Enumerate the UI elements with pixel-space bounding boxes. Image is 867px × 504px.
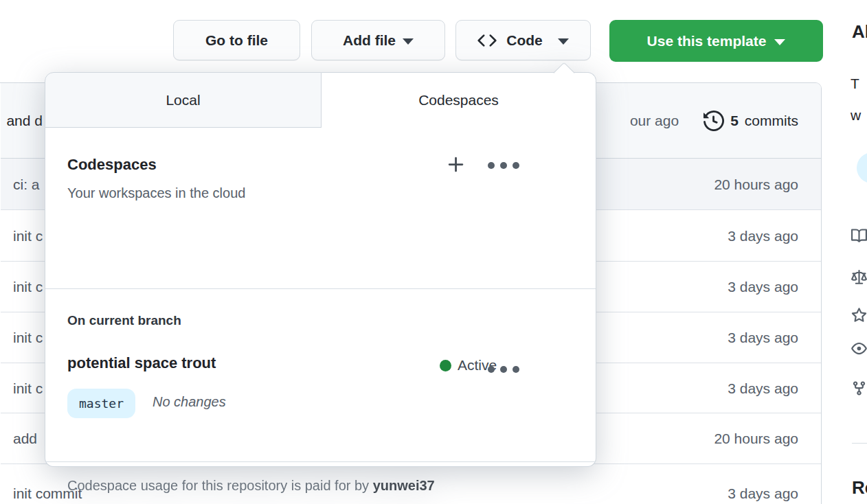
- commit-time: 3 days ago: [728, 363, 798, 413]
- chevron-down-icon: [403, 38, 414, 45]
- kebab-icon: [488, 162, 519, 169]
- star-icon[interactable]: [851, 308, 867, 323]
- history-icon: [703, 111, 724, 131]
- releases-heading: Releases: [852, 477, 867, 499]
- book-icon[interactable]: [851, 228, 867, 244]
- chevron-down-icon: [774, 39, 785, 45]
- topic-badge-fragment[interactable]: [857, 152, 867, 183]
- latest-commit-time: our ago: [630, 113, 679, 129]
- commit-message[interactable]: add: [13, 413, 37, 463]
- commits-count: 5: [730, 113, 739, 129]
- commit-message-clip: add: [1, 413, 45, 463]
- commit-time: 3 days ago: [728, 210, 798, 262]
- fork-icon[interactable]: [851, 380, 867, 396]
- changes-status: No changes: [153, 394, 226, 410]
- chevron-down-icon: [558, 38, 569, 45]
- code-icon: [477, 31, 497, 50]
- about-heading: About: [852, 21, 867, 43]
- codespaces-menu-button[interactable]: [487, 161, 520, 170]
- commit-time: 20 hours ago: [714, 413, 798, 464]
- latest-commit-message[interactable]: and d: [6, 83, 43, 159]
- code-label: Code: [506, 32, 543, 49]
- tab-local[interactable]: Local: [45, 72, 322, 128]
- go-to-file-label: Go to file: [205, 32, 268, 49]
- about-sidebar: About T w Releases: [852, 0, 867, 504]
- use-template-label: Use this template: [647, 33, 767, 49]
- about-description-line: w: [851, 107, 861, 124]
- plus-icon: [446, 154, 466, 175]
- commit-time: 3 days ago: [728, 312, 798, 363]
- commit-message-clip: ci: a: [1, 159, 45, 209]
- commit-bar-right: our ago 5 commits: [630, 83, 798, 159]
- code-dropdown: Local Codespaces Codespaces Your workspa…: [45, 72, 596, 467]
- codespace-menu-button[interactable]: [487, 365, 520, 374]
- dropdown-tabs: Local Codespaces: [45, 72, 596, 128]
- divider: [45, 288, 596, 289]
- commit-message[interactable]: ci: a: [13, 159, 40, 209]
- use-template-button[interactable]: Use this template: [609, 20, 823, 62]
- commits-label: commits: [745, 113, 798, 129]
- codespace-name-link[interactable]: potential space trout: [67, 354, 216, 372]
- commit-message[interactable]: init c: [13, 363, 43, 413]
- add-file-button[interactable]: Add file: [311, 20, 445, 60]
- add-file-label: Add file: [343, 32, 396, 49]
- usage-footer-text: Codespace usage for this repository is p…: [67, 478, 369, 493]
- usage-footer-owner: yunwei37: [373, 478, 435, 493]
- github-repo-page: { "toolbar": { "go_to_file_label": "Go t…: [0, 0, 867, 504]
- kebab-icon: [488, 366, 519, 373]
- commit-time: 20 hours ago: [714, 159, 798, 210]
- commit-message-clip: init c: [1, 262, 45, 312]
- latest-commit-message-clip: and d: [1, 83, 44, 159]
- commit-time: 3 days ago: [728, 464, 798, 504]
- code-button[interactable]: Code: [455, 20, 591, 60]
- usage-footer: Codespace usage for this repository is p…: [67, 478, 435, 494]
- active-dot-icon: [440, 360, 451, 371]
- commit-message[interactable]: init c: [13, 210, 43, 261]
- new-codespace-button[interactable]: [445, 154, 467, 176]
- commit-message[interactable]: init c: [13, 312, 43, 363]
- law-icon[interactable]: [851, 270, 867, 286]
- commit-time: 3 days ago: [728, 262, 798, 312]
- branch-badge: master: [67, 389, 135, 418]
- commit-message[interactable]: init c: [13, 262, 43, 312]
- commits-link[interactable]: 5 commits: [703, 111, 798, 131]
- tab-codespaces[interactable]: Codespaces: [322, 72, 596, 128]
- current-branch-label: On current branch: [67, 313, 181, 328]
- about-description-line: T: [851, 76, 859, 92]
- commit-message-clip: init c: [1, 363, 45, 413]
- eye-icon[interactable]: [851, 341, 867, 356]
- codespaces-subtitle: Your workspaces in the cloud: [67, 185, 245, 201]
- commit-message-clip: init c: [1, 312, 45, 363]
- commit-message-clip: init c: [1, 210, 45, 261]
- sidebar-divider: [852, 443, 867, 444]
- divider: [45, 461, 596, 462]
- go-to-file-button[interactable]: Go to file: [173, 20, 300, 60]
- codespaces-panel: Codespaces Your workspaces in the cloud …: [45, 128, 596, 467]
- codespaces-title: Codespaces: [67, 156, 157, 174]
